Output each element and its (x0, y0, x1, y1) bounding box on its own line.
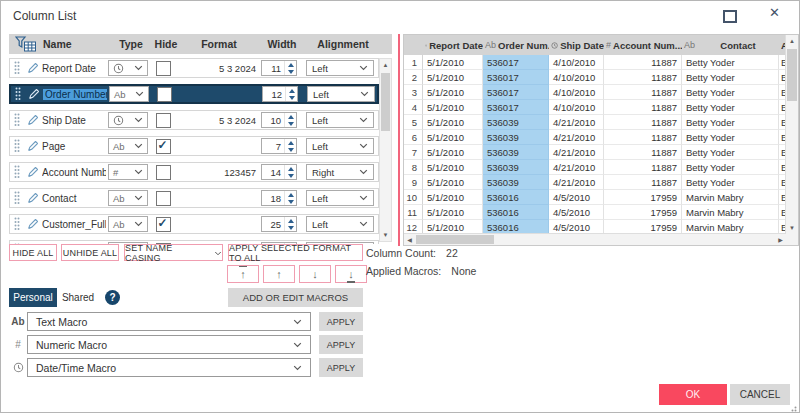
preview-row[interactable]: 1 5/1/2010 536017 4/10/2010 11887 Betty … (404, 55, 798, 70)
spinner-up-icon[interactable] (288, 115, 294, 119)
spinner-down-icon[interactable] (288, 174, 294, 178)
alignment-dropdown[interactable]: Left (306, 138, 374, 154)
hide-checkbox[interactable] (156, 139, 171, 154)
column-name[interactable]: Contact (42, 193, 76, 204)
spinner-up-icon[interactable] (288, 167, 294, 171)
spinner-down-icon[interactable] (288, 70, 294, 74)
left-table-scrollbar[interactable]: ▲ ▼ (379, 58, 392, 242)
edit-pencil-icon[interactable] (24, 192, 42, 204)
preview-row[interactable]: 4 5/1/2010 536017 4/10/2010 11887 Betty … (404, 100, 798, 115)
maximize-icon[interactable] (723, 10, 737, 23)
spinner-up-icon[interactable] (289, 89, 295, 93)
drag-handle-icon[interactable] (10, 61, 24, 76)
edit-pencil-icon[interactable] (24, 62, 42, 74)
hide-checkbox[interactable] (156, 165, 171, 180)
preview-row[interactable]: 7 5/1/2010 536039 4/21/2010 11887 Betty … (404, 145, 798, 160)
scrollbar-thumb[interactable] (381, 73, 390, 131)
table-row[interactable]: Report Date 5 3 2024 11 Left (9, 58, 379, 78)
tab-personal[interactable]: Personal (9, 288, 57, 307)
preview-column-header[interactable]: AbContact (682, 35, 779, 55)
drag-handle-icon[interactable] (10, 165, 24, 180)
macro-select[interactable]: Date/Time Macro (27, 358, 311, 377)
drag-handle-icon[interactable] (10, 217, 24, 232)
move-to-bottom-button[interactable]: ↓ (335, 265, 367, 283)
preview-row[interactable]: 9 5/1/2010 536039 4/21/2010 11887 Betty … (404, 175, 798, 190)
type-dropdown[interactable] (108, 60, 148, 76)
drag-handle-icon[interactable] (10, 113, 24, 128)
scrollbar-thumb[interactable] (416, 235, 494, 244)
table-row[interactable]: Contact Ab 18 Left (9, 188, 379, 208)
preview-row[interactable]: 8 5/1/2010 536039 4/21/2010 11887 Betty … (404, 160, 798, 175)
apply-selected-format-button[interactable]: APPLY SELECTED FORMAT TO ALL (228, 244, 363, 261)
column-name[interactable]: Account Number (42, 167, 106, 178)
type-dropdown[interactable]: Ab (109, 86, 149, 102)
drag-handle-icon[interactable] (11, 87, 25, 102)
hide-checkbox[interactable] (156, 217, 171, 232)
cancel-button[interactable]: CANCEL (730, 384, 790, 405)
scroll-up-icon[interactable]: ▲ (786, 35, 798, 47)
spinner-down-icon[interactable] (288, 200, 294, 204)
preview-column-header[interactable]: Ship Date (549, 35, 604, 55)
scroll-left-icon[interactable]: ◀ (404, 234, 415, 245)
apply-macro-button[interactable]: APPLY (319, 312, 363, 331)
preview-row[interactable]: 3 5/1/2010 536017 4/10/2010 11887 Betty … (404, 85, 798, 100)
hide-checkbox[interactable] (157, 87, 172, 102)
scroll-down-icon[interactable]: ▼ (380, 229, 391, 241)
alignment-dropdown[interactable]: Left (306, 112, 374, 128)
spinner-down-icon[interactable] (288, 226, 294, 230)
width-stepper[interactable]: 25 (261, 216, 297, 232)
set-name-casing-button[interactable]: SET NAME CASING (124, 244, 223, 261)
apply-macro-button[interactable]: APPLY (319, 358, 363, 377)
hide-checkbox[interactable] (156, 61, 171, 76)
hide-all-button[interactable]: HIDE ALL (9, 244, 57, 261)
edit-pencil-icon[interactable] (24, 218, 42, 230)
spinner-up-icon[interactable] (288, 63, 294, 67)
macro-select[interactable]: Text Macro (27, 312, 311, 331)
close-icon[interactable]: ✕ (769, 5, 780, 20)
table-row[interactable]: Account Number # 123457 14 Right (9, 162, 379, 182)
edit-pencil-icon[interactable] (24, 114, 42, 126)
panel-splitter[interactable] (398, 34, 400, 246)
drag-handle-icon[interactable] (10, 139, 24, 154)
spinner-down-icon[interactable] (288, 122, 294, 126)
scrollbar-thumb[interactable] (787, 49, 797, 101)
width-stepper[interactable]: 14 (261, 164, 297, 180)
hide-checkbox[interactable] (156, 113, 171, 128)
preview-vertical-scrollbar[interactable]: ▲ ▼ (785, 35, 798, 234)
preview-row[interactable]: 10 5/1/2010 536016 4/5/2010 17959 Marvin… (404, 190, 798, 205)
table-row[interactable]: Customer_Full Ab 25 Left (9, 214, 379, 234)
spinner-down-icon[interactable] (289, 96, 295, 100)
column-name[interactable]: Ship Date (42, 115, 86, 126)
preview-column-header[interactable]: AbOrder Num... (483, 35, 549, 55)
alignment-dropdown[interactable]: Left (307, 86, 375, 102)
spinner-up-icon[interactable] (288, 193, 294, 197)
scroll-up-icon[interactable]: ▲ (380, 59, 391, 71)
alignment-dropdown[interactable]: Right (306, 164, 374, 180)
table-row[interactable]: Ship Date 5 3 2024 10 Left (9, 110, 379, 130)
drag-handle-icon[interactable] (10, 191, 24, 206)
column-name[interactable]: Order Number (43, 89, 107, 100)
alignment-dropdown[interactable]: Left (306, 60, 374, 76)
width-stepper[interactable]: 10 (261, 112, 297, 128)
column-name[interactable]: Customer_Full (42, 219, 106, 230)
alignment-dropdown[interactable]: Left (306, 216, 374, 232)
width-stepper[interactable]: 18 (261, 190, 297, 206)
preview-column-header[interactable]: Report Date (423, 35, 483, 55)
edit-pencil-icon[interactable] (24, 140, 42, 152)
preview-column-header[interactable]: #Account Num... (604, 35, 682, 55)
unhide-all-button[interactable]: UNHIDE ALL (61, 244, 119, 261)
help-icon[interactable]: ? (105, 290, 120, 305)
column-name[interactable]: Page (42, 141, 65, 152)
type-dropdown[interactable]: # (108, 164, 148, 180)
preview-row[interactable]: 2 5/1/2010 536017 4/10/2010 11887 Betty … (404, 70, 798, 85)
scroll-right-icon[interactable]: ▶ (775, 234, 786, 245)
macro-select[interactable]: Numeric Macro (27, 335, 311, 354)
hide-checkbox[interactable] (156, 191, 171, 206)
width-stepper[interactable]: 7 (261, 138, 297, 154)
scroll-down-icon[interactable]: ▼ (786, 222, 798, 234)
type-dropdown[interactable] (108, 112, 148, 128)
table-row[interactable]: Page Ab 7 Left (9, 136, 379, 156)
alignment-dropdown[interactable]: Left (306, 190, 374, 206)
spinner-up-icon[interactable] (288, 219, 294, 223)
move-up-button[interactable]: ↑ (263, 265, 295, 283)
